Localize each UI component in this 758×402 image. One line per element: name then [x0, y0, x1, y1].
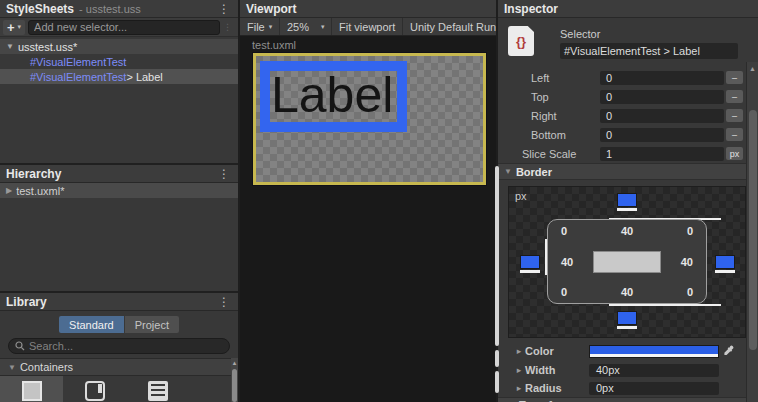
field-row-right: Right 0 – — [498, 106, 746, 125]
left-input[interactable]: 0 — [600, 71, 724, 85]
library-items — [0, 376, 238, 402]
bottom-left-radius-field[interactable]: 0 — [561, 286, 567, 298]
list-view-icon — [148, 381, 168, 401]
border-bottom-width-field[interactable]: 40 — [621, 286, 633, 298]
tab-project[interactable]: Project — [125, 316, 179, 333]
tab-standard[interactable]: Standard — [59, 316, 124, 333]
right-input[interactable]: 0 — [600, 109, 724, 123]
scroll-view-icon — [85, 381, 105, 401]
library-search — [8, 338, 230, 354]
field-label: Right — [531, 110, 600, 122]
border-right-color-swatch[interactable] — [715, 255, 735, 274]
inspector-body: {} Selector #VisualElementTest > Label L… — [498, 18, 758, 402]
stylesheets-title: StyleSheets — [6, 2, 74, 16]
panel-splitter-handle[interactable] — [495, 166, 499, 346]
field-row-slice-scale: Slice Scale 1 px — [498, 144, 746, 163]
border-bottom-color-swatch[interactable] — [617, 311, 637, 330]
panel-splitter-handle[interactable] — [495, 350, 499, 367]
top-input[interactable]: 0 — [600, 90, 724, 104]
selector-label: Selector — [560, 28, 600, 40]
library-scrollbar-thumb[interactable] — [232, 369, 237, 402]
scroll-up-icon[interactable]: ▲ — [232, 358, 238, 368]
add-selector-input[interactable] — [28, 20, 220, 35]
viewport-toolbar: File ▾ 25% ▾ Fit viewport Unity Default … — [240, 18, 496, 36]
bottom-right-radius-field[interactable]: 0 — [687, 286, 693, 298]
caret-expanded-icon: ▼ — [8, 363, 16, 372]
border-bottom-row: 0 40 0 — [561, 286, 693, 298]
caret-right-icon[interactable]: ▸ — [513, 365, 525, 375]
border-left-color-swatch[interactable] — [520, 255, 540, 274]
border-top-row: 0 40 0 — [561, 225, 693, 237]
label-element[interactable]: Label — [260, 61, 407, 132]
library-item-visual-element[interactable] — [0, 376, 63, 402]
inspector-panel: Inspector {} Selector #VisualElementTest… — [498, 0, 758, 402]
tree-item-selector-2[interactable]: #VisualElementTest > Label — [0, 69, 238, 84]
top-right-radius-field[interactable]: 0 — [687, 225, 693, 237]
border-top-color-swatch[interactable] — [617, 193, 637, 212]
stylesheets-panel: StyleSheets - usstest.uss ⋮ + ▾ ⋮ ▼ usst… — [0, 0, 238, 163]
panel-splitter-handle[interactable] — [495, 371, 499, 393]
unit-dropdown[interactable]: – — [726, 71, 743, 84]
selector-name: #VisualElementTest — [30, 56, 126, 68]
border-top-width-field[interactable]: 40 — [621, 225, 633, 237]
theme-dropdown[interactable]: Unity Default Runtime Th — [403, 18, 496, 35]
slice-scale-input[interactable]: 1 — [600, 147, 724, 161]
top-left-radius-field[interactable]: 0 — [561, 225, 567, 237]
hierarchy-item-testuxml[interactable]: ▶ test.uxml* — [0, 183, 238, 198]
library-item-scroll-view[interactable] — [63, 376, 126, 402]
border-right-width-field[interactable]: 40 — [681, 256, 693, 268]
caret-collapsed-icon[interactable]: ▶ — [6, 186, 12, 195]
bottom-input[interactable]: 0 — [600, 128, 724, 142]
unit-dropdown[interactable]: – — [726, 128, 743, 141]
search-input[interactable] — [29, 340, 223, 352]
radius-label: Radius — [525, 382, 589, 394]
hierarchy-menu-icon[interactable]: ⋮ — [216, 169, 232, 179]
add-selector-menu-icon[interactable]: ⋮ — [220, 22, 235, 32]
tree-item-selector-1[interactable]: #VisualElementTest — [0, 54, 238, 69]
stylesheets-menu-icon[interactable]: ⋮ — [216, 4, 232, 14]
uss-selector-icon: {} — [508, 26, 534, 56]
border-width-input[interactable]: 40px — [589, 364, 719, 377]
tree-item-usstest[interactable]: ▼ usstest.uss* — [0, 39, 238, 54]
unit-dropdown[interactable]: – — [726, 109, 743, 122]
canvas: Label — [253, 53, 486, 185]
selector-value-field[interactable]: #VisualElementTest > Label — [560, 43, 738, 59]
add-selector-plus-button[interactable]: + ▾ — [3, 20, 25, 35]
caret-right-icon[interactable]: ▸ — [513, 383, 525, 393]
library-item-list-view[interactable] — [126, 376, 189, 402]
unit-dropdown[interactable]: – — [726, 90, 743, 103]
border-color-field[interactable] — [589, 345, 719, 358]
inspector-scrollbar[interactable]: ▲ — [746, 62, 758, 402]
scroll-up-icon[interactable]: ▲ — [747, 62, 758, 76]
border-middle-row: 40 40 — [561, 251, 693, 273]
border-section-title: Border — [516, 166, 552, 178]
border-left-width-field[interactable]: 40 — [561, 256, 573, 268]
inspector-scrollbar-thumb[interactable] — [749, 110, 757, 350]
border-box-diagram: 0 40 0 40 40 0 40 0 — [547, 219, 707, 304]
caret-right-icon[interactable]: ▸ — [513, 346, 525, 356]
fit-viewport-button[interactable]: Fit viewport — [332, 18, 402, 35]
unit-dropdown[interactable]: px — [726, 147, 743, 160]
spacing-rows: Left 0 – Top 0 – Right 0 – Bottom 0 — [498, 68, 746, 163]
transform-section-title: Transform — [498, 398, 746, 402]
eyedropper-icon[interactable] — [723, 345, 734, 357]
stylesheets-tree: ▼ usstest.uss* #VisualElementTest #Visua… — [0, 39, 238, 84]
field-label: Top — [531, 91, 600, 103]
library-scrollbar[interactable]: ▲ — [231, 358, 238, 402]
color-chip-underline — [617, 208, 637, 211]
zoom-level-dropdown[interactable]: 25% ▾ — [280, 18, 332, 35]
border-foldout[interactable]: ▼ Border — [498, 163, 746, 180]
library-menu-icon[interactable]: ⋮ — [216, 297, 232, 307]
border-radius-input[interactable]: 0px — [589, 382, 719, 395]
canvas-title[interactable]: test.uxml — [252, 39, 296, 51]
color-chip — [520, 255, 540, 269]
containers-foldout[interactable]: ▼ Containers — [0, 358, 238, 376]
file-menu-button[interactable]: File ▾ — [240, 18, 279, 35]
transform-foldout[interactable]: Transform — [498, 397, 746, 402]
color-chip — [715, 255, 735, 269]
color-chip-underline — [520, 270, 540, 273]
width-label: Width — [525, 364, 589, 376]
inspector-header: Inspector — [498, 0, 758, 18]
library-title: Library — [6, 295, 47, 309]
tree-item-label: usstest.uss* — [18, 41, 77, 53]
